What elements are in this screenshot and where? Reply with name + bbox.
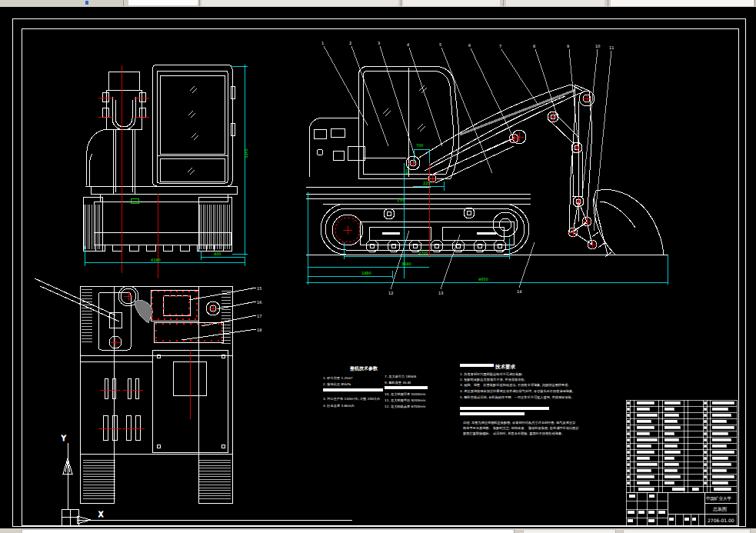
svg-text:16: 16 <box>257 300 261 305</box>
university-name: 中国矿业大学 <box>706 496 732 501</box>
front-view-centerlines <box>98 65 158 278</box>
statusbar-fragment <box>0 528 756 533</box>
svg-text:17: 17 <box>257 314 261 318</box>
svg-text:4. 行走速度 3.6km/h: 4. 行走速度 3.6km/h <box>323 404 355 408</box>
svg-text:1880: 1880 <box>361 271 371 275</box>
toolbar-cursor-mark <box>85 1 88 5</box>
svg-text:12. 最大卸载高度 6700mm: 12. 最大卸载高度 6700mm <box>385 405 425 408</box>
ucs-y-label: Y <box>61 435 66 442</box>
svg-text:18: 18 <box>257 328 261 332</box>
svg-text:8: 8 <box>533 44 535 48</box>
svg-text:3640: 3640 <box>401 262 411 266</box>
ucs-icon: Y X <box>61 435 352 525</box>
svg-text:4650: 4650 <box>478 277 488 281</box>
side-view <box>306 66 668 257</box>
title-block: 中国矿业大学 总装图 2706-01.00 <box>626 400 737 525</box>
svg-text:4. 液压系统按规定加注抗磨液压油并进行排气处理, 各管接头: 4. 液压系统按规定加注抗磨液压油并进行排气处理, 各管接头处不得有渗漏现象, <box>460 389 574 394</box>
ucs-x-label: X <box>98 511 103 518</box>
svg-text:150: 150 <box>397 198 405 202</box>
svg-text:2. 装配前各配合表面清洗干净, 并涂润滑油脂。: 2. 装配前各配合表面清洗干净, 并涂润滑油脂。 <box>460 378 528 382</box>
svg-text:11. 最大挖掘半径 9200mm: 11. 最大挖掘半径 9200mm <box>385 398 425 402</box>
svg-text:5. 整机空载试运转, 各机构动作平稳、一切正常后方可投入使: 5. 整机空载试运转, 各机构动作平稳、一切正常后方可投入使用, 并按规定涂装。 <box>460 395 574 400</box>
svg-text:路布置另见系统图。 装配时注意: 回转支承、 驱动轮安装面,: 路布置另见系统图。 装配时注意: 回转支承、 驱动轮安装面, 应先清理后涂以密封 <box>463 426 579 431</box>
svg-text:400: 400 <box>214 252 221 256</box>
svg-text:整机技术参数: 整机技术参数 <box>349 365 378 371</box>
svg-text:3145: 3145 <box>244 148 248 158</box>
svg-text:1. 所有零部件均需检验合格后方可进行装配。: 1. 所有零部件均需检验合格后方可进行装配。 <box>460 372 525 377</box>
svg-text:9: 9 <box>567 44 569 48</box>
svg-text:11: 11 <box>609 45 614 50</box>
param-block: 整机技术参数 1. 铲斗容量 1.25m³ 2. 接地比压 85kPa 3. 理… <box>323 365 428 408</box>
drawing-title: 总装图 <box>712 506 727 512</box>
generated-decor <box>82 94 597 498</box>
svg-text:4: 4 <box>407 42 409 47</box>
cad-application-window: 4180 400 3145 2700 3640 1880 4650 700 85… <box>0 0 756 533</box>
svg-text:6: 6 <box>468 43 471 48</box>
svg-text:5: 5 <box>439 42 441 47</box>
svg-text:85: 85 <box>405 169 409 174</box>
svg-text:14: 14 <box>517 289 521 294</box>
bom-table <box>626 400 737 492</box>
drawing-canvas[interactable]: 4180 400 3145 2700 3640 1880 4650 700 85… <box>0 0 756 533</box>
svg-text:7. 最大牵引力 185kN: 7. 最大牵引力 185kN <box>385 375 416 378</box>
toolbar-field[interactable] <box>128 0 198 5</box>
svg-text:9. 整机质量 45.8t: 9. 整机质量 45.8t <box>385 381 411 385</box>
svg-text:10: 10 <box>595 44 600 48</box>
svg-text:技术要求: 技术要求 <box>495 364 516 370</box>
svg-text:4180: 4180 <box>151 258 161 262</box>
svg-text:7: 7 <box>499 44 501 48</box>
svg-text:1: 1 <box>321 41 324 45</box>
statusbar-field <box>22 529 514 533</box>
plan-clamps <box>103 378 140 440</box>
svg-text:胶再拧紧联接螺栓。 试运转后, 检查各处联接, 紧固件不得有: 胶再拧紧联接螺栓。 试运转后, 检查各处联接, 紧固件不得有松动现象。 <box>463 431 565 436</box>
svg-text:225: 225 <box>423 181 431 185</box>
svg-text:3: 3 <box>378 41 380 45</box>
drawing-number: 2706-01.00 <box>708 518 734 523</box>
tech-requirements-block: 技术要求 1. 所有零部件均需检验合格后方可进行装配。 2. 装配前各配合表面清… <box>460 364 579 436</box>
svg-text:12: 12 <box>388 291 393 295</box>
toolbar-fragment[interactable] <box>0 0 756 7</box>
sheet-border <box>12 18 745 526</box>
track-rollers <box>366 240 506 252</box>
svg-text:3. 销轴、轴套、衬套装配后应转动灵活, 不得有卡滞现象,: 3. 销轴、轴套、衬套装配后应转动灵活, 不得有卡滞现象, 间隙符合图样要求。 <box>460 383 571 388</box>
svg-text:1. 铲斗容量 1.25m³: 1. 铲斗容量 1.25m³ <box>323 376 353 380</box>
svg-text:13: 13 <box>438 291 443 295</box>
svg-text:10. 最大挖掘深度 5500mm: 10. 最大挖掘深度 5500mm <box>385 392 425 396</box>
svg-text:15: 15 <box>257 286 261 291</box>
svg-text:说明: 本图为液压挖掘机总装配图, 各零部件结构尺寸详见部件: 说明: 本图为液压挖掘机总装配图, 各零部件结构尺寸详见部件图, 电气及液压管 <box>463 421 576 425</box>
svg-text:700: 700 <box>416 143 424 148</box>
front-view <box>83 65 237 251</box>
dimension-lines <box>85 65 668 285</box>
svg-text:2700: 2700 <box>418 251 428 255</box>
svg-text:3. 理论生产率 140m³/h, 斗数 200斗/h: 3. 理论生产率 140m³/h, 斗数 200斗/h <box>323 397 380 401</box>
svg-text:2: 2 <box>349 41 351 45</box>
svg-text:2. 接地比压 85kPa: 2. 接地比压 85kPa <box>323 382 351 386</box>
